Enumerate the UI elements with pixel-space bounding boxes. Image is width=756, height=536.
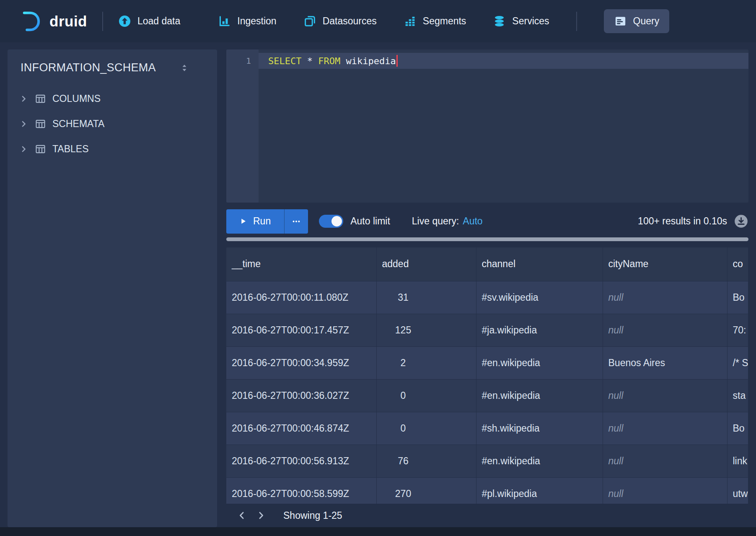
nav-item-label: Load data bbox=[137, 16, 180, 27]
results-table-wrap: __time added channel cityName co 2016-06… bbox=[226, 247, 748, 527]
table-cell: #ja.wikipedia bbox=[476, 314, 603, 346]
run-button[interactable]: Run bbox=[226, 209, 284, 234]
column-header-cityname[interactable]: cityName bbox=[603, 247, 727, 281]
code-area: SELECT * FROM wikipedia bbox=[259, 49, 748, 203]
table-row[interactable]: 2016-06-27T00:00:17.457Z125#ja.wikipedia… bbox=[226, 314, 748, 346]
run-button-label: Run bbox=[253, 216, 271, 227]
results-info: 100+ results in 0.10s bbox=[638, 216, 727, 227]
sidebar-item-tables[interactable]: TABLES bbox=[8, 136, 217, 161]
sql-text: * bbox=[301, 56, 318, 66]
table-icon bbox=[35, 143, 46, 155]
more-icon bbox=[292, 217, 301, 226]
table-cell: 2016-06-27T00:00:11.080Z bbox=[226, 281, 376, 314]
segments-icon bbox=[404, 15, 417, 28]
table-cell: 2 bbox=[376, 346, 476, 379]
topbar: druid Load data Ingestion bbox=[0, 0, 756, 42]
table-cell: null bbox=[603, 445, 727, 477]
prev-page-button[interactable] bbox=[232, 506, 251, 525]
live-query-label: Live query: bbox=[412, 216, 459, 227]
table-row[interactable]: 2016-06-27T00:00:36.027Z0#en.wikipedianu… bbox=[226, 379, 748, 412]
column-header-comment[interactable]: co bbox=[727, 247, 748, 281]
brand-name: druid bbox=[49, 13, 87, 30]
druid-logo-icon bbox=[18, 10, 43, 32]
sidebar-item-label: SCHEMATA bbox=[52, 118, 104, 130]
run-more-button[interactable] bbox=[284, 209, 308, 234]
query-toolbar: Run Auto limit Live query: Auto bbox=[226, 209, 748, 234]
table-cell: Bo bbox=[727, 281, 748, 314]
text-cursor bbox=[396, 55, 398, 67]
chevron-right-icon bbox=[18, 145, 28, 153]
content: INFORMATION_SCHEMA COLUMNS bbox=[0, 42, 756, 527]
sql-keyword: FROM bbox=[318, 56, 340, 66]
table-cell: null bbox=[603, 314, 727, 346]
table-cell: 125 bbox=[376, 314, 476, 346]
nav-divider bbox=[102, 12, 103, 31]
run-button-group: Run bbox=[226, 209, 308, 234]
druid-logo[interactable]: druid bbox=[18, 10, 87, 32]
table-cell: Bo bbox=[727, 412, 748, 445]
schema-sidebar: INFORMATION_SCHEMA COLUMNS bbox=[8, 49, 217, 527]
showing-label: Showing 1-25 bbox=[283, 510, 342, 521]
results-table: __time added channel cityName co 2016-06… bbox=[226, 247, 748, 510]
chevron-left-icon bbox=[237, 511, 246, 520]
column-header-time[interactable]: __time bbox=[226, 247, 376, 281]
live-query: Live query: Auto bbox=[412, 216, 483, 227]
table-row[interactable]: 2016-06-27T00:00:56.913Z76#en.wikipedian… bbox=[226, 445, 748, 477]
table-cell: #sh.wikipedia bbox=[476, 412, 603, 445]
sql-keyword: SELECT bbox=[268, 56, 301, 66]
column-header-channel[interactable]: channel bbox=[476, 247, 603, 281]
nav-divider bbox=[576, 12, 577, 31]
nav-item-label: Datasources bbox=[323, 16, 377, 27]
editor-gutter: 1 bbox=[226, 49, 259, 203]
nav-item-services[interactable]: Services bbox=[493, 15, 549, 28]
code-line: SELECT * FROM wikipedia bbox=[259, 53, 748, 69]
download-button[interactable] bbox=[734, 214, 748, 229]
nav-item-query[interactable]: Query bbox=[604, 9, 670, 33]
column-header-added[interactable]: added bbox=[376, 247, 476, 281]
auto-limit-toggle[interactable] bbox=[319, 215, 343, 228]
table-cell: 70: bbox=[727, 314, 748, 346]
table-cell: 0 bbox=[376, 379, 476, 412]
table-cell: link bbox=[727, 445, 748, 477]
table-row[interactable]: 2016-06-27T00:00:11.080Z31#sv.wikipedian… bbox=[226, 281, 748, 314]
table-cell: null bbox=[603, 412, 727, 445]
sql-editor[interactable]: 1 SELECT * FROM wikipedia bbox=[226, 49, 748, 203]
datasources-icon bbox=[303, 15, 316, 28]
table-cell: 2016-06-27T00:00:34.959Z bbox=[226, 346, 376, 379]
table-row[interactable]: 2016-06-27T00:00:46.874Z0#sh.wikipedianu… bbox=[226, 412, 748, 445]
table-cell: 2016-06-27T00:00:56.913Z bbox=[226, 445, 376, 477]
chevron-right-icon bbox=[18, 120, 28, 128]
nav-item-ingestion[interactable]: Ingestion bbox=[218, 15, 276, 28]
table-cell: #en.wikipedia bbox=[476, 445, 603, 477]
download-icon bbox=[734, 214, 748, 229]
nav-item-label: Ingestion bbox=[237, 16, 276, 27]
sql-text: wikipedia bbox=[340, 56, 396, 66]
table-row[interactable]: 2016-06-27T00:00:34.959Z2#en.wikipediaBu… bbox=[226, 346, 748, 379]
table-cell: null bbox=[603, 281, 727, 314]
table-cell: Buenos Aires bbox=[603, 346, 727, 379]
table-cell: sta bbox=[727, 379, 748, 412]
table-icon bbox=[35, 118, 46, 130]
next-page-button[interactable] bbox=[251, 506, 271, 525]
pagination: Showing 1-25 bbox=[226, 504, 748, 527]
results-scrollbar[interactable] bbox=[226, 237, 748, 241]
sidebar-title: INFORMATION_SCHEMA bbox=[21, 61, 156, 74]
table-cell: 2016-06-27T00:00:36.027Z bbox=[226, 379, 376, 412]
sidebar-item-schemata[interactable]: SCHEMATA bbox=[8, 111, 217, 136]
nav-item-load-data[interactable]: Load data bbox=[118, 15, 180, 28]
nav-item-segments[interactable]: Segments bbox=[404, 15, 466, 28]
schema-selector[interactable]: INFORMATION_SCHEMA bbox=[8, 61, 217, 74]
nav-item-datasources[interactable]: Datasources bbox=[303, 15, 377, 28]
table-cell: 0 bbox=[376, 412, 476, 445]
chevron-right-icon bbox=[256, 511, 266, 520]
sidebar-item-columns[interactable]: COLUMNS bbox=[8, 86, 217, 111]
query-main: 1 SELECT * FROM wikipedia Run bbox=[226, 49, 748, 527]
chevron-right-icon bbox=[18, 95, 28, 103]
results-tbody: 2016-06-27T00:00:11.080Z31#sv.wikipedian… bbox=[226, 281, 748, 510]
live-query-value[interactable]: Auto bbox=[463, 216, 482, 227]
sidebar-item-label: TABLES bbox=[52, 143, 89, 155]
upload-icon bbox=[118, 15, 131, 28]
ingestion-icon bbox=[218, 15, 231, 28]
line-number: 1 bbox=[226, 53, 259, 69]
play-icon bbox=[240, 218, 247, 225]
